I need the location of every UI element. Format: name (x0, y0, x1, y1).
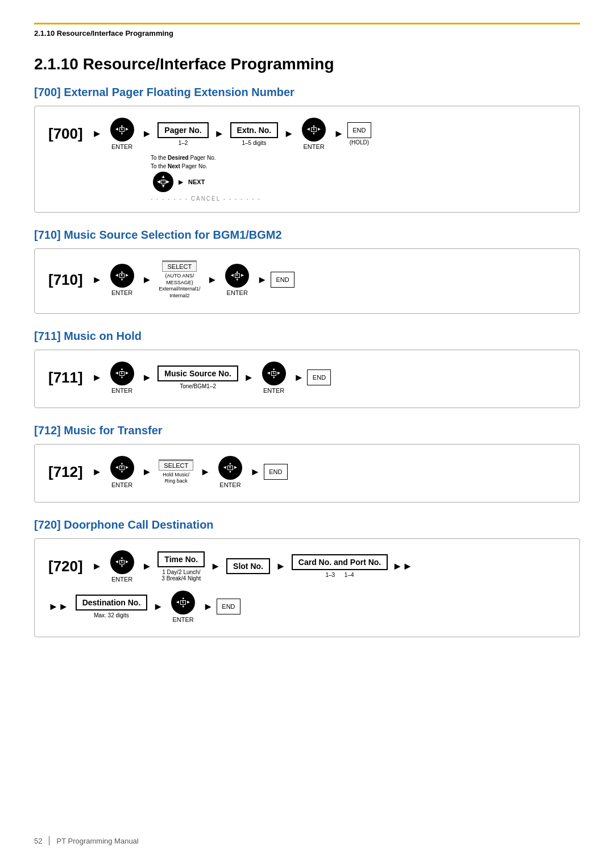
time-no-box: Time No. (157, 551, 205, 567)
pager-no-box: Pager No. (157, 122, 208, 138)
time-no-wrap: Time No. 1 Day/2 Lunch/3 Break/4 Night (157, 551, 205, 582)
arrow: ► (250, 466, 260, 478)
page: 2.1.10 Resource/Interface Programming 2.… (0, 0, 614, 868)
slot-no-box: Slot No. (226, 558, 270, 574)
arrow: ► (92, 274, 102, 286)
arrow: ► (257, 274, 267, 286)
cancel-row: - - - - - - - CANCEL - - - - - - - (151, 196, 566, 202)
arrow: ► (142, 128, 152, 140)
sub-notes-700: To the Desired Pager No. To the Next Pag… (48, 155, 566, 202)
arrow: ► (92, 560, 102, 572)
enter-label-2: ENTER (303, 143, 324, 150)
arrow: ► (92, 372, 102, 384)
code-711: [711] (48, 369, 83, 387)
arrow: ► (207, 274, 217, 286)
arrow: ► (214, 128, 225, 140)
enter-btn-720-2[interactable]: ▲ ◀E▶ ▼ (171, 591, 195, 614)
enter-btn-712-2[interactable]: ▲ ◀E▶ ▼ (218, 456, 242, 480)
enter-label-720-2: ENTER (173, 616, 194, 623)
enter-label-710-1: ENTER (111, 289, 132, 296)
select-wrap-710: SELECT (AUTO ANS/MESSAGE)External/Intern… (159, 260, 200, 300)
slot-no-wrap: Slot No. (226, 558, 270, 574)
select-sub-710: (AUTO ANS/MESSAGE)External/Internal1/Int… (159, 273, 200, 300)
card-no-box: Card No. and Port No. (292, 554, 388, 570)
code-712: [712] (48, 463, 83, 481)
end-wrap-711: END (307, 369, 331, 385)
double-arrow-1: ►► (392, 560, 413, 572)
sub-note-1: To the Desired Pager No. (151, 155, 566, 161)
pager-no-wrap: Pager No. 1–2 (157, 122, 208, 146)
arrow: ► (92, 466, 102, 478)
enter-btn-712-1[interactable]: ▲ ◀E▶ ▼ (110, 456, 134, 480)
manual-name: PT Programming Manual (56, 837, 138, 845)
end-wrap: END (HOLD) (347, 122, 371, 146)
enter-btn-710-1[interactable]: ▲ ◀E▶ ▼ (110, 264, 134, 288)
flow-row-720-1: [720] ► ▲ ◀E▶ ▼ ENTER ► Time No. 1 Day/2… (48, 550, 566, 583)
arrow: ► (276, 560, 286, 572)
flow-row-710: [710] ► ▲ ◀E▶ ▼ ENTER ► SELECT (AUTO ANS… (48, 260, 566, 300)
next-flow: ▲ ◀E▶ ▼ ► NEXT (153, 172, 205, 192)
end-box-720: END (217, 599, 240, 614)
subsection-title-710: [710] Music Source Selection for BGM1/BG… (34, 229, 580, 242)
end-label: (HOLD) (350, 139, 369, 146)
select-box-712: SELECT (159, 459, 193, 471)
extn-no-sub: 1–5 digits (242, 140, 266, 146)
enter-btn-711-2[interactable]: ▲ ◀E▶ ▼ (262, 362, 286, 385)
arrow: ► (153, 601, 163, 613)
music-source-sub: Tone/BGM1–2 (180, 383, 216, 389)
next-arrow: ► (177, 177, 185, 186)
enter-wrap-720-1: ▲ ◀E▶ ▼ ENTER (110, 550, 134, 583)
section-title: 2.1.10 Resource/Interface Programming (34, 55, 580, 73)
dest-no-box: Destination No. (76, 595, 148, 610)
end-box-711: END (307, 369, 331, 385)
flow-row-712: [712] ► ▲ ◀E▶ ▼ ENTER ► SELECT Hold Musi… (48, 456, 566, 488)
subsection-title-720: [720] Doorphone Call Destination (34, 518, 580, 531)
enter-wrap-710-2: ▲ ◀E▶ ▼ ENTER (225, 264, 249, 296)
pager-no-sub: 1–2 (179, 140, 188, 146)
select-box-710: SELECT (162, 260, 197, 272)
nav-next: To the Next Pager No. ▲ ◀E▶ ▼ ► NEXT (151, 163, 208, 192)
time-no-sub: 1 Day/2 Lunch/3 Break/4 Night (161, 569, 201, 582)
arrow: ► (142, 372, 152, 384)
card-no-sub: 1–3 1–4 (325, 572, 354, 578)
extn-no-box: Extn. No. (230, 122, 279, 138)
page-footer: 52 PT Programming Manual (34, 836, 139, 845)
enter-label-711-2: ENTER (263, 387, 284, 394)
enter-btn-2[interactable]: ▲ ◀E▶ ▼ (302, 118, 326, 142)
flow-row-720-2: ►► Destination No. Max. 32 digits ► ▲ ◀E… (48, 591, 566, 623)
diagram-712: [712] ► ▲ ◀E▶ ▼ ENTER ► SELECT Hold Musi… (34, 444, 580, 502)
dest-no-sub: Max. 32 digits (94, 612, 129, 618)
enter-wrap-711-2: ▲ ◀E▶ ▼ ENTER (262, 362, 286, 394)
double-arrow-2: ►► (48, 601, 69, 613)
header-text: 2.1.10 Resource/Interface Programming (34, 29, 173, 38)
footer-divider (49, 836, 49, 845)
end-box: END (347, 122, 371, 138)
end-wrap-710: END (271, 272, 294, 288)
enter-wrap-720-2: ▲ ◀E▶ ▼ ENTER (171, 591, 195, 623)
subsection-title-711: [711] Music on Hold (34, 330, 580, 343)
enter-wrap-711-1: ▲ ◀E▶ ▼ ENTER (110, 362, 134, 394)
arrow: ► (200, 466, 210, 478)
diagram-700: [700] ► ▲ ◀E▶ ▼ ENTER ► Pager No. 1–2 ► (34, 106, 580, 213)
end-wrap-712: END (264, 464, 288, 480)
flow-row-711: [711] ► ▲ ◀E▶ ▼ ENTER ► Music Source No.… (48, 362, 566, 394)
enter-btn-710-2[interactable]: ▲ ◀E▶ ▼ (225, 264, 249, 288)
end-box-712: END (264, 464, 288, 480)
enter-wrap-712-2: ▲ ◀E▶ ▼ ENTER (218, 456, 242, 488)
header-bar: 2.1.10 Resource/Interface Programming (34, 23, 580, 38)
dest-no-wrap: Destination No. Max. 32 digits (76, 595, 148, 618)
music-source-box: Music Source No. (157, 366, 238, 381)
subsection-title-700: [700] External Pager Floating Extension … (34, 86, 580, 99)
code-710: [710] (48, 271, 83, 289)
arrow: ► (92, 128, 102, 140)
diagram-710: [710] ► ▲ ◀E▶ ▼ ENTER ► SELECT (AUTO ANS… (34, 248, 580, 314)
arrow: ► (244, 372, 254, 384)
arrow: ► (284, 128, 294, 140)
arrow: ► (334, 128, 344, 140)
enter-btn-1[interactable]: ▲ ◀E▶ ▼ (110, 118, 134, 142)
enter-btn-720-1[interactable]: ▲ ◀E▶ ▼ (110, 550, 134, 574)
select-wrap-712: SELECT Hold Music/Ring back (159, 459, 193, 485)
enter-btn-711-1[interactable]: ▲ ◀E▶ ▼ (110, 362, 134, 385)
nav-circle[interactable]: ▲ ◀E▶ ▼ (153, 172, 173, 192)
enter-wrap-1: ▲ ◀E▶ ▼ ENTER (110, 118, 134, 150)
